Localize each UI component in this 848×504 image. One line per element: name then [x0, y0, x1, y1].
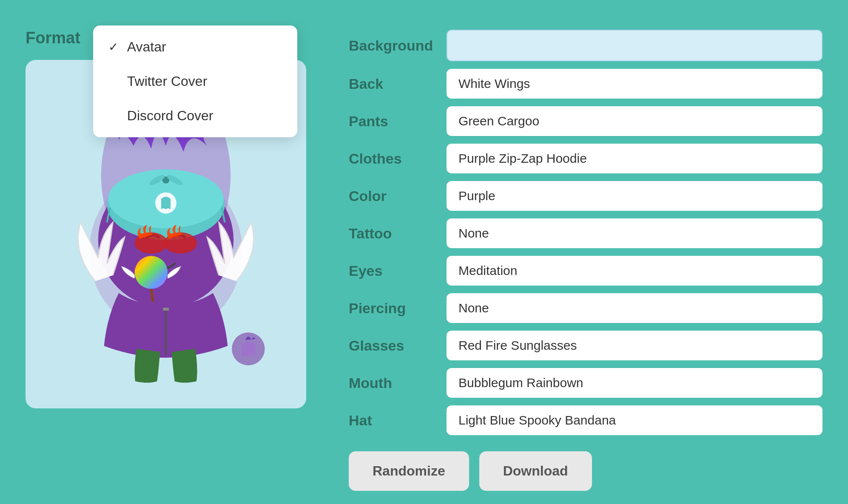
avatar-option-label: Avatar — [127, 39, 166, 55]
button-row: Randomize Download — [349, 451, 822, 491]
download-button[interactable]: Download — [479, 451, 592, 491]
trait-row-eyes: Eyes — [349, 256, 822, 286]
trait-row-piercing: Piercing — [349, 293, 822, 323]
dropdown-item-twitter[interactable]: Twitter Cover — [93, 64, 297, 99]
dropdown-item-discord[interactable]: Discord Cover — [93, 99, 297, 133]
eyes-label: Eyes — [349, 263, 434, 279]
svg-point-14 — [135, 256, 168, 289]
trait-row-clothes: Clothes — [349, 144, 822, 173]
discord-option-label: Discord Cover — [127, 108, 213, 124]
format-row: Format ✓ Avatar Twitter Cover Discord Co… — [26, 25, 323, 47]
mouth-label: Mouth — [349, 375, 434, 391]
color-input[interactable] — [447, 181, 822, 211]
main-container: Format ✓ Avatar Twitter Cover Discord Co… — [26, 17, 822, 487]
twitter-option-label: Twitter Cover — [127, 74, 207, 89]
tattoo-input[interactable] — [447, 218, 822, 248]
back-input[interactable] — [447, 69, 822, 99]
format-label: Format — [26, 29, 80, 47]
clothes-input[interactable] — [447, 144, 822, 173]
background-input[interactable] — [447, 30, 822, 61]
hat-input[interactable] — [447, 405, 822, 435]
clothes-label: Clothes — [349, 150, 434, 167]
trait-row-color: Color — [349, 181, 822, 211]
trait-row-pants: Pants — [349, 106, 822, 136]
dropdown-menu: ✓ Avatar Twitter Cover Discord Cover — [93, 25, 297, 137]
tattoo-label: Tattoo — [349, 225, 434, 242]
glasses-input[interactable] — [447, 331, 822, 360]
trait-row-glasses: Glasses — [349, 331, 822, 360]
trait-row-tattoo: Tattoo — [349, 218, 822, 248]
left-panel: Format ✓ Avatar Twitter Cover Discord Co… — [26, 25, 323, 408]
trait-row-hat: Hat — [349, 405, 822, 435]
right-panel: Background Back Pants Clothes Color Tatt… — [349, 30, 822, 491]
trait-row-background: Background — [349, 30, 822, 61]
glasses-label: Glasses — [349, 337, 434, 354]
trait-row-back: Back — [349, 69, 822, 99]
checkmark-icon: ✓ — [108, 40, 120, 54]
mouth-input[interactable] — [447, 368, 822, 398]
eyes-input[interactable] — [447, 256, 822, 286]
background-label: Background — [349, 37, 434, 54]
hat-label: Hat — [349, 412, 434, 429]
randomize-button[interactable]: Randomize — [349, 451, 469, 491]
pants-input[interactable] — [447, 106, 822, 136]
trait-row-mouth: Mouth — [349, 368, 822, 398]
back-label: Back — [349, 76, 434, 92]
pants-label: Pants — [349, 113, 434, 130]
color-label: Color — [349, 188, 434, 204]
piercing-input[interactable] — [447, 293, 822, 323]
dropdown-item-avatar[interactable]: ✓ Avatar — [93, 30, 297, 64]
piercing-label: Piercing — [349, 300, 434, 317]
